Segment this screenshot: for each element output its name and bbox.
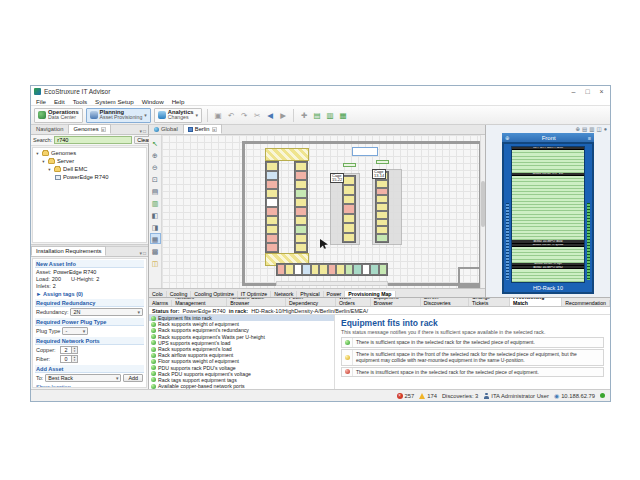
rack-cell[interactable] xyxy=(295,180,307,189)
current-user[interactable]: ITA Administrator User xyxy=(483,393,549,399)
cooling-unit[interactable] xyxy=(352,147,378,156)
alarm-warnings-badge[interactable]: 174 xyxy=(419,393,437,399)
plug-type-select[interactable]: - ▾ xyxy=(62,327,88,335)
redundancy-select[interactable]: 2N ▾ xyxy=(70,308,143,316)
zoom-in-tool-icon[interactable]: ⊕ xyxy=(150,149,161,160)
undo-icon[interactable]: ↶ xyxy=(226,110,236,121)
rack-cell[interactable] xyxy=(285,264,293,275)
print-tool-icon[interactable]: ▤ xyxy=(150,185,161,196)
rack-cell[interactable] xyxy=(376,195,388,203)
rack-cell[interactable] xyxy=(343,195,355,204)
tab-genomes[interactable]: Genomes × xyxy=(68,124,110,134)
menu-system-setup[interactable]: System Setup xyxy=(95,98,134,105)
rack-cell[interactable] xyxy=(376,211,388,219)
rack-cell[interactable] xyxy=(376,180,388,188)
tab-work-orders[interactable]: Work Orders xyxy=(336,298,371,306)
forward-icon[interactable]: ▶ xyxy=(278,110,288,121)
rack-cell[interactable] xyxy=(376,226,388,234)
server-address[interactable]: ◉ 10.188.62.79 xyxy=(554,393,595,399)
rack-print-icon[interactable]: ▤ xyxy=(582,125,587,133)
rack-cell[interactable] xyxy=(376,219,388,227)
tree-item-genomes[interactable]: ▾ Genomes xyxy=(33,149,146,157)
menu-window[interactable]: Window xyxy=(142,98,164,105)
menu-file[interactable]: File xyxy=(36,98,46,105)
rack-front-tool-icon[interactable]: ◧ xyxy=(150,209,161,220)
export-icon[interactable]: ▤ xyxy=(312,110,322,121)
rack-slot[interactable] xyxy=(512,279,584,282)
close-icon[interactable]: × xyxy=(101,127,106,132)
alarm-errors-badge[interactable]: × 257 xyxy=(397,393,415,399)
rack-cell[interactable] xyxy=(266,225,278,234)
rack-layout-icon[interactable]: ◫ xyxy=(596,125,601,133)
add-rack-tool-icon[interactable]: ▥ xyxy=(150,197,161,208)
rack-rear-tool-icon[interactable]: ◨ xyxy=(150,221,161,232)
rack-options-icon[interactable]: ● xyxy=(604,125,607,133)
rack-cell[interactable] xyxy=(266,198,278,207)
panel-buttons[interactable]: ▾□ xyxy=(137,250,148,256)
floorplan-canvas[interactable]: Cage15-22 Cage13-14 xyxy=(162,135,480,288)
rack-cell[interactable] xyxy=(295,162,307,171)
rack-cell[interactable] xyxy=(343,204,355,213)
tab-navigation[interactable]: Navigation xyxy=(31,124,68,134)
rack-cell[interactable] xyxy=(295,189,307,198)
expand-icon[interactable]: ▾ xyxy=(35,151,40,156)
tab-equipment-browser[interactable]: Equipment Browser xyxy=(371,298,421,306)
operations-perspective-button[interactable]: Operations Data Center xyxy=(34,108,83,123)
rack-cell[interactable] xyxy=(277,264,285,275)
rack-zoom-icon[interactable]: ⊕ xyxy=(575,125,580,133)
menu-icon[interactable]: ≡ xyxy=(588,135,591,141)
fiber-stepper[interactable]: 0 ▴▾ xyxy=(60,355,78,363)
layout-icon[interactable]: ▦ xyxy=(338,110,348,121)
rack-cell[interactable] xyxy=(328,264,336,275)
redo-icon[interactable]: ↷ xyxy=(239,110,249,121)
assign-tags-link[interactable]: ► Assign tags (0) xyxy=(35,289,144,297)
rack-cell[interactable] xyxy=(370,264,378,275)
discoveries-status[interactable]: Discoveries: 3 xyxy=(442,393,478,399)
analytics-dropdown-caret[interactable]: ▾ xyxy=(196,112,199,118)
tab-recommendation[interactable]: Recommendation xyxy=(562,300,610,306)
pointer-tool-icon[interactable]: ↖ xyxy=(150,137,161,148)
close-button[interactable]: × xyxy=(596,86,607,97)
rack-cell[interactable] xyxy=(311,264,319,275)
menu-tools[interactable]: Tools xyxy=(73,98,87,105)
maximize-button[interactable]: □ xyxy=(582,86,593,97)
tab-provisioning-match[interactable]: Provisioning Match xyxy=(510,298,562,306)
report-icon[interactable]: ▥ xyxy=(325,110,335,121)
to-select[interactable]: Best Rack ▾ xyxy=(45,374,121,382)
minimize-button[interactable]: – xyxy=(568,86,579,97)
rack-cell[interactable] xyxy=(343,176,355,185)
tab-network-cable-browser[interactable]: Network Cable Browser xyxy=(227,298,286,306)
rack-cell[interactable] xyxy=(343,233,355,242)
rack-cell[interactable] xyxy=(266,180,278,189)
rack-cell[interactable] xyxy=(336,264,344,275)
planning-perspective-button[interactable]: Planning Asset Provisioning ▾ xyxy=(86,108,151,123)
analytics-perspective-button[interactable]: Analytics Changes ▾ xyxy=(154,108,202,123)
row-tool-icon[interactable]: ▩ xyxy=(150,245,161,256)
rack-cell[interactable] xyxy=(266,216,278,225)
tab-alarms[interactable]: Alarms xyxy=(149,300,172,306)
rack-cell[interactable] xyxy=(266,162,278,171)
rack-cell[interactable] xyxy=(266,207,278,216)
rack-cell[interactable] xyxy=(343,214,355,223)
expand-icon[interactable]: ▾ xyxy=(47,167,52,172)
rack-cell[interactable] xyxy=(343,185,355,194)
rack-cell[interactable] xyxy=(295,171,307,180)
rack-cell[interactable] xyxy=(376,234,388,242)
rack-cell[interactable] xyxy=(266,171,278,180)
tab-installation-requirements[interactable]: Installation Requirements xyxy=(31,246,106,256)
zoom-out-tool-icon[interactable]: ⊖ xyxy=(150,161,161,172)
rack-cell[interactable] xyxy=(266,189,278,198)
rack-cell[interactable] xyxy=(266,234,278,243)
rack-pdu-left[interactable] xyxy=(506,203,509,280)
rack-cell[interactable] xyxy=(376,188,388,196)
copper-stepper[interactable]: 2 ▴▾ xyxy=(60,346,78,354)
cut-icon[interactable]: ✂ xyxy=(252,110,262,121)
search-input[interactable] xyxy=(54,136,132,144)
tree-item-server[interactable]: ▾ Server xyxy=(33,157,146,165)
rack-cell[interactable] xyxy=(295,216,307,225)
save-icon[interactable]: ▣ xyxy=(213,110,223,121)
tile-tool-icon[interactable]: ◫ xyxy=(150,257,161,268)
rack-slots[interactable]: 16 Port Patch Paneldl360 10-MPO-P 2Udl36… xyxy=(511,146,585,283)
rack-cell[interactable] xyxy=(362,264,370,275)
rack-cell[interactable] xyxy=(319,264,327,275)
